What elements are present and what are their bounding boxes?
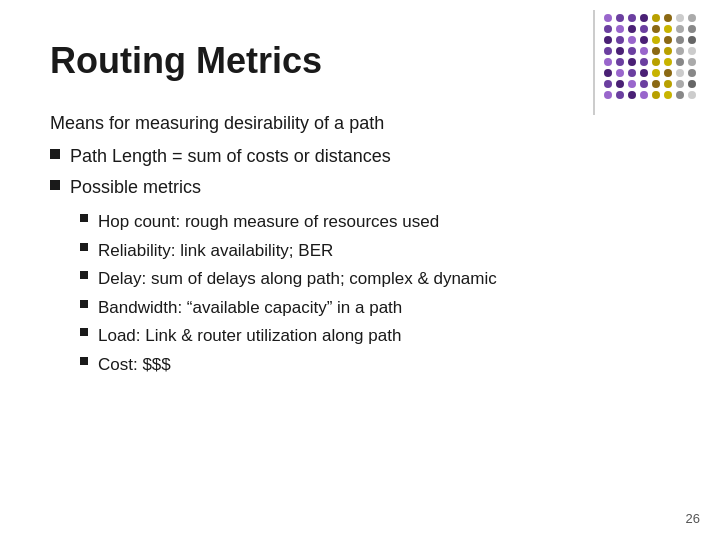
bullet-icon-2 xyxy=(50,180,60,190)
sub-bullet-5 xyxy=(80,328,88,336)
sub-item-2-label: Reliability: link availability; BER xyxy=(98,238,333,264)
sub-bullet-3 xyxy=(80,271,88,279)
top-item-1: Path Length = sum of costs or distances xyxy=(50,143,670,170)
slide-content: Means for measuring desirability of a pa… xyxy=(50,110,670,377)
sub-item-1-label: Hop count: rough measure of resources us… xyxy=(98,209,439,235)
sub-item-6-label: Cost: $$$ xyxy=(98,352,171,378)
bullet-icon-1 xyxy=(50,149,60,159)
intro-text: Means for measuring desirability of a pa… xyxy=(50,110,670,137)
sub-item-1: Hop count: rough measure of resources us… xyxy=(80,209,670,235)
sub-bullet-1 xyxy=(80,214,88,222)
sub-item-2: Reliability: link availability; BER xyxy=(80,238,670,264)
sub-item-4-label: Bandwidth: “available capacity” in a pat… xyxy=(98,295,402,321)
sub-item-3: Delay: sum of delays along path; complex… xyxy=(80,266,670,292)
sub-item-5-label: Load: Link & router utilization along pa… xyxy=(98,323,401,349)
sub-list: Hop count: rough measure of resources us… xyxy=(80,209,670,377)
sub-item-6: Cost: $$$ xyxy=(80,352,670,378)
sub-item-3-label: Delay: sum of delays along path; complex… xyxy=(98,266,497,292)
sub-item-5: Load: Link & router utilization along pa… xyxy=(80,323,670,349)
sub-item-4: Bandwidth: “available capacity” in a pat… xyxy=(80,295,670,321)
dot-grid-decoration xyxy=(600,10,710,110)
top-item-1-label: Path Length = sum of costs or distances xyxy=(70,143,391,170)
sub-bullet-2 xyxy=(80,243,88,251)
slide-title: Routing Metrics xyxy=(50,40,670,82)
top-item-2: Possible metrics xyxy=(50,174,670,201)
sub-bullet-4 xyxy=(80,300,88,308)
page-number: 26 xyxy=(686,511,700,526)
divider-line xyxy=(593,10,595,115)
sub-bullet-6 xyxy=(80,357,88,365)
slide: Routing Metrics Means for measuring desi… xyxy=(0,0,720,540)
top-item-2-label: Possible metrics xyxy=(70,174,201,201)
